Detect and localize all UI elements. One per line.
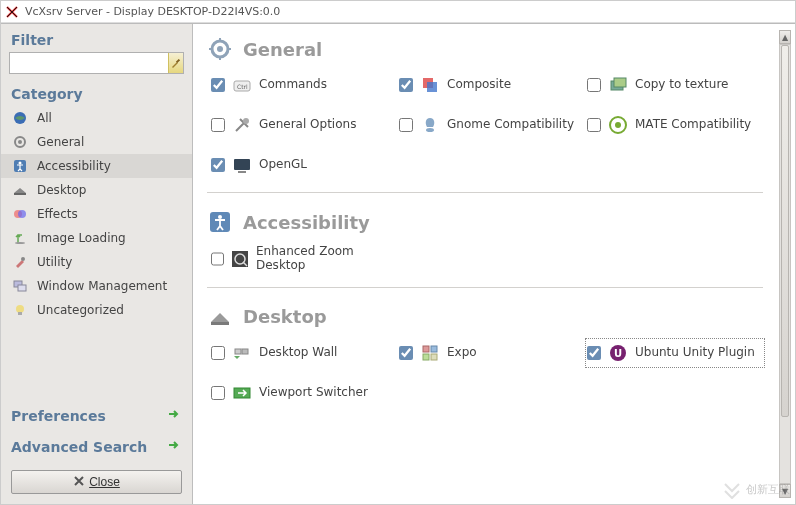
sidebar-item-desktop[interactable]: Desktop <box>1 178 192 202</box>
opengl-icon <box>231 154 253 176</box>
gear-icon <box>207 36 233 62</box>
plugin-mate-compatibility[interactable]: MATE Compatibility <box>587 112 763 138</box>
plugin-checkbox[interactable] <box>211 252 224 266</box>
bulb-icon <box>11 301 29 319</box>
plugin-label: Expo <box>447 346 477 360</box>
sidebar-item-window-management[interactable]: Window Management <box>1 274 192 298</box>
plugin-checkbox[interactable] <box>211 158 225 172</box>
svg-text:Ctrl: Ctrl <box>237 83 248 90</box>
main-panel: General CtrlCommands Composite Copy to t… <box>193 24 795 504</box>
svg-point-5 <box>19 162 22 165</box>
plugin-gnome-compatibility[interactable]: Gnome Compatibility <box>399 112 575 138</box>
plugin-checkbox[interactable] <box>587 346 601 360</box>
app-icon <box>5 5 19 19</box>
svg-point-27 <box>243 118 249 124</box>
sidebar: Filter Category All General <box>1 24 193 504</box>
category-list: All General Accessibility Desktop Effect… <box>1 104 192 324</box>
svg-rect-42 <box>431 346 437 352</box>
svg-rect-31 <box>234 159 250 170</box>
zoom-icon <box>230 248 250 270</box>
sidebar-item-effects[interactable]: Effects <box>1 202 192 226</box>
plugin-checkbox[interactable] <box>399 346 413 360</box>
plugin-label: Gnome Compatibility <box>447 118 574 132</box>
svg-point-3 <box>18 140 22 144</box>
preferences-link[interactable]: Preferences <box>1 400 192 431</box>
plugin-opengl[interactable]: OpenGL <box>211 152 387 178</box>
svg-rect-41 <box>423 346 429 352</box>
utility-icon <box>11 253 29 271</box>
plugin-ubuntu-unity-plugin[interactable]: UUbuntu Unity Plugin <box>587 340 763 366</box>
plugin-checkbox[interactable] <box>211 386 225 400</box>
category-heading: Category <box>1 80 192 104</box>
scrollbar-track[interactable] <box>779 44 791 484</box>
plugin-checkbox[interactable] <box>399 118 413 132</box>
svg-rect-40 <box>242 349 248 354</box>
titlebar: VcXsrv Server - Display DESKTOP-D22I4VS:… <box>1 1 795 23</box>
close-button-label: Close <box>89 475 120 489</box>
scroll-down-button[interactable]: ▼ <box>779 484 791 498</box>
plugin-checkbox[interactable] <box>211 118 225 132</box>
svg-rect-32 <box>238 171 246 173</box>
plugin-desktop-wall[interactable]: Desktop Wall <box>211 340 387 366</box>
plugin-general-options[interactable]: General Options <box>211 112 387 138</box>
gnome-icon <box>419 114 441 136</box>
sidebar-item-label: All <box>37 111 52 125</box>
plugin-copy-to-texture[interactable]: Copy to texture <box>587 72 763 98</box>
sidebar-item-label: Window Management <box>37 279 167 293</box>
sidebar-item-label: Desktop <box>37 183 87 197</box>
plugin-checkbox[interactable] <box>399 78 413 92</box>
plugin-composite[interactable]: Composite <box>399 72 575 98</box>
plugin-label: Copy to texture <box>635 78 728 92</box>
plugin-label: Viewport Switcher <box>259 386 368 400</box>
svg-rect-43 <box>423 354 429 360</box>
sidebar-item-uncategorized[interactable]: Uncategorized <box>1 298 192 322</box>
sidebar-item-label: Effects <box>37 207 78 221</box>
sidebar-item-image-loading[interactable]: Image Loading <box>1 226 192 250</box>
filter-clear-button[interactable] <box>168 53 183 73</box>
sidebar-item-label: Accessibility <box>37 159 111 173</box>
plugin-checkbox[interactable] <box>211 346 225 360</box>
filter-input[interactable] <box>10 53 168 73</box>
filter-box <box>9 52 184 74</box>
svg-point-9 <box>15 242 25 244</box>
window-title: VcXsrv Server - Display DESKTOP-D22I4VS:… <box>25 5 280 18</box>
scrollbar-thumb[interactable] <box>781 45 789 417</box>
advanced-search-label: Advanced Search <box>11 439 147 455</box>
accessibility-icon <box>11 157 29 175</box>
arrow-right-icon <box>166 406 182 425</box>
close-button[interactable]: Close <box>11 470 182 494</box>
plugin-enhanced-zoom-desktop[interactable]: Enhanced Zoom Desktop <box>211 245 387 273</box>
wall-icon <box>231 342 253 364</box>
plugin-label: Enhanced Zoom Desktop <box>256 245 387 273</box>
advanced-search-link[interactable]: Advanced Search <box>1 431 192 462</box>
plugin-commands[interactable]: CtrlCommands <box>211 72 387 98</box>
plugin-viewport-switcher[interactable]: Viewport Switcher <box>211 380 387 406</box>
divider <box>207 287 763 288</box>
plugin-expo[interactable]: Expo <box>399 340 575 366</box>
sidebar-item-accessibility[interactable]: Accessibility <box>1 154 192 178</box>
accessibility-icon <box>207 209 233 235</box>
preferences-label: Preferences <box>11 408 106 424</box>
mate-icon <box>607 114 629 136</box>
plugin-label: Composite <box>447 78 511 92</box>
close-icon <box>73 475 85 490</box>
expo-icon <box>419 342 441 364</box>
sidebar-item-label: Uncategorized <box>37 303 124 317</box>
image-icon <box>11 229 29 247</box>
svg-point-13 <box>16 305 24 313</box>
vertical-scrollbar[interactable]: ▲ ▼ <box>779 30 791 498</box>
sidebar-item-general[interactable]: General <box>1 130 192 154</box>
copytex-icon <box>607 74 629 96</box>
plugin-checkbox[interactable] <box>211 78 225 92</box>
tools-icon <box>231 114 253 136</box>
plugin-checkbox[interactable] <box>587 118 601 132</box>
plugin-label: Commands <box>259 78 327 92</box>
scroll-up-button[interactable]: ▲ <box>779 30 791 44</box>
commands-icon: Ctrl <box>231 74 253 96</box>
plugin-checkbox[interactable] <box>587 78 601 92</box>
section-general: General CtrlCommands Composite Copy to t… <box>207 32 763 178</box>
svg-point-30 <box>615 122 621 128</box>
sidebar-item-all[interactable]: All <box>1 106 192 130</box>
unity-icon: U <box>607 342 629 364</box>
sidebar-item-utility[interactable]: Utility <box>1 250 192 274</box>
